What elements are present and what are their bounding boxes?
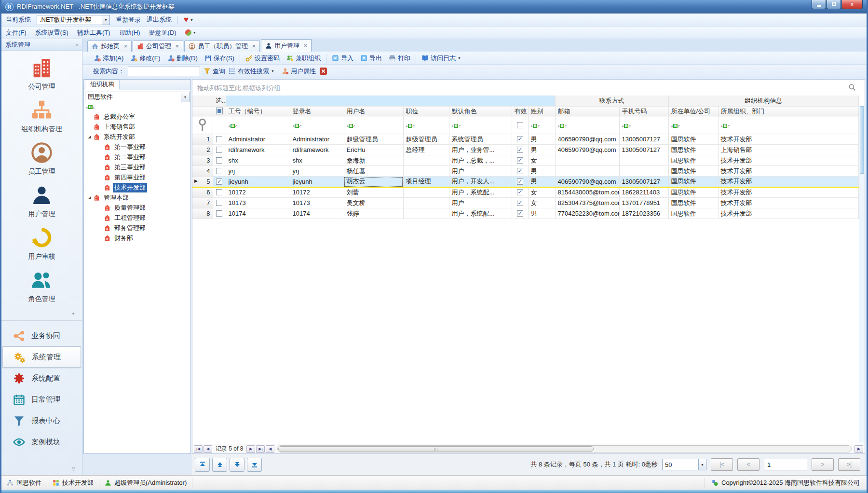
hscroll-right-arrow[interactable]: ▶ xyxy=(854,445,863,453)
tree-node[interactable]: 第三事业部 xyxy=(84,162,190,172)
filter-valid-checkbox[interactable] xyxy=(517,122,523,128)
toolbar-button[interactable]: 访问日志▼ xyxy=(419,53,464,64)
prev-page-button[interactable]: < xyxy=(737,458,760,471)
cell-role[interactable]: 用户，开发人... xyxy=(449,177,512,187)
cell-dept[interactable]: 技术开发部 xyxy=(718,155,858,166)
cell-username[interactable]: 张婷 xyxy=(344,208,403,219)
table-row[interactable]: 61017210172刘蕾用户，系统配...女8154430005@tom.co… xyxy=(192,187,859,198)
column-header[interactable]: 姓别 xyxy=(528,106,555,117)
sidebar-item-org-chart-icon[interactable]: 组织机构管理 xyxy=(1,99,82,134)
toolbar-button[interactable]: 导出 xyxy=(357,53,385,64)
close-tab-icon[interactable]: × xyxy=(252,43,256,50)
cell-gender[interactable]: 男 xyxy=(528,145,555,155)
menu-item[interactable]: 系统设置(S) xyxy=(35,28,68,37)
tab-公司管理[interactable]: 公司管理× xyxy=(133,41,183,52)
sidebar-item-company-building-icon[interactable]: 公司管理 xyxy=(1,57,82,91)
cell-email[interactable]: 406590790@qq.com xyxy=(555,145,619,155)
expander-icon[interactable]: ◢ xyxy=(86,195,93,200)
record-last-button[interactable]: ▶| xyxy=(256,445,265,453)
tree-node[interactable]: 第一事业部 xyxy=(84,142,190,152)
cell-code[interactable]: shx xyxy=(226,155,290,166)
cell-phone[interactable]: 13005007127 xyxy=(619,134,668,145)
relogin-button[interactable]: 重新登录 xyxy=(116,15,141,24)
filter-cell[interactable]: ABC xyxy=(528,117,555,134)
cell-role[interactable]: 用户，总裁，... xyxy=(449,155,512,166)
valid-checkbox[interactable] xyxy=(517,200,523,206)
row-checkbox[interactable] xyxy=(216,157,222,164)
chevron-down-icon[interactable]: ▼ xyxy=(698,459,706,470)
cell-username[interactable]: 超级管理员 xyxy=(344,134,403,145)
system-combobox[interactable]: .NET敏捷开发框架 ▼ xyxy=(37,15,110,25)
vertical-scrollbar-thumb[interactable] xyxy=(860,106,864,174)
cell-company[interactable]: 国思软件 xyxy=(668,134,718,145)
last-page-button[interactable]: >| xyxy=(838,458,860,471)
column-header[interactable]: 所属组织、部门 xyxy=(718,106,858,117)
table-row[interactable]: 1AdministratorAdministrator超级管理员超级管理员系统管… xyxy=(192,134,859,145)
cell-username[interactable]: 桑海新 xyxy=(344,155,403,166)
table-row[interactable]: 71017310173吴文桥用户女8253047375@tom.com13701… xyxy=(192,198,859,208)
row-checkbox[interactable] xyxy=(216,189,222,195)
toolbar-button[interactable]: 兼职组织 xyxy=(284,53,324,64)
cell-position[interactable] xyxy=(403,187,449,198)
cell-code[interactable]: 10173 xyxy=(226,198,290,208)
cell-login[interactable]: 10173 xyxy=(290,198,344,208)
cell-phone[interactable]: 18721023356 xyxy=(619,208,668,219)
band-select[interactable]: 选... xyxy=(213,96,226,106)
select-all-checkbox[interactable] xyxy=(213,106,226,117)
cell-phone[interactable]: 13701778951 xyxy=(619,198,668,208)
cell-email[interactable] xyxy=(555,166,619,177)
cell-company[interactable]: 国思软件 xyxy=(668,166,718,177)
cell-phone[interactable] xyxy=(619,166,668,177)
valid-checkbox[interactable] xyxy=(517,168,523,174)
cell-login[interactable]: rdiframework xyxy=(290,145,344,155)
cell-dept[interactable]: 上海销售部 xyxy=(718,145,858,155)
logout-button[interactable]: 退出系统 xyxy=(147,15,172,24)
cell-role[interactable]: 系统管理员 xyxy=(449,134,512,145)
close-search-icon[interactable] xyxy=(319,67,327,75)
cell-gender[interactable]: 男 xyxy=(528,134,555,145)
goto-first-row-button[interactable] xyxy=(195,458,210,472)
next-page-button[interactable]: > xyxy=(812,458,834,471)
filter-cell[interactable]: ABC xyxy=(403,117,449,134)
sidebar-scroll-down-icon[interactable]: ▼ xyxy=(1,312,82,318)
menu-item[interactable]: 帮助(H) xyxy=(119,28,140,37)
module-item[interactable]: 案例模块 xyxy=(1,431,82,452)
cell-company[interactable]: 国思软件 xyxy=(668,177,718,187)
cell-dept[interactable]: 技术开发部 xyxy=(718,166,858,177)
tree-node[interactable]: ◢系统开发部 xyxy=(84,132,190,142)
tree-node[interactable]: 总裁办公室 xyxy=(84,111,190,122)
sidebar-bottom-chevron-icon[interactable]: ▽ xyxy=(1,466,82,475)
cell-login[interactable]: 10174 xyxy=(290,208,344,219)
sidebar-item-user-audit-icon[interactable]: 用户审核 xyxy=(1,227,82,261)
band-org-info[interactable]: 组织机构信息 xyxy=(668,96,858,106)
cell-username[interactable]: EricHu xyxy=(344,145,403,155)
record-first-button[interactable]: |◀ xyxy=(194,445,203,453)
cell-dept[interactable]: 技术开发部 xyxy=(718,187,858,198)
hscroll-left-arrow[interactable]: ◀ xyxy=(266,445,274,453)
close-button[interactable]: × xyxy=(841,0,863,9)
search-icon[interactable] xyxy=(848,83,856,91)
module-item[interactable]: 报表中心 xyxy=(1,410,82,431)
close-tab-icon[interactable]: × xyxy=(176,43,179,50)
band-main[interactable] xyxy=(226,96,555,106)
cell-dept[interactable]: 技术开发部 xyxy=(718,198,858,208)
column-header[interactable]: 邮箱 xyxy=(555,106,619,117)
column-header[interactable]: 用户名 xyxy=(344,106,403,117)
horizontal-scrollbar-thumb[interactable]: ||| xyxy=(278,446,594,452)
cell-code[interactable]: jieyunh xyxy=(226,177,290,187)
row-checkbox[interactable] xyxy=(216,210,222,217)
valid-checkbox[interactable] xyxy=(517,210,523,217)
tree-node[interactable]: 质量管理部 xyxy=(84,203,190,213)
goto-last-row-button[interactable] xyxy=(247,458,262,472)
menu-item[interactable]: 辅助工具(T) xyxy=(77,28,110,37)
cell-username[interactable]: 杨任基 xyxy=(344,166,403,177)
cell-username[interactable]: 刘蕾 xyxy=(344,187,403,198)
row-down-button[interactable] xyxy=(230,458,244,472)
cell-phone[interactable]: 13005007127 xyxy=(619,177,668,187)
cell-role[interactable]: 用户 xyxy=(449,198,512,208)
table-row[interactable]: 4yrjyrj杨任基用户男国思软件技术开发部 xyxy=(192,166,859,177)
band-contact[interactable]: 联系方式 xyxy=(555,96,668,106)
cell-code[interactable]: Administrator xyxy=(226,134,290,145)
menu-item[interactable]: 提意见(D) xyxy=(149,28,176,37)
cell-phone[interactable] xyxy=(619,155,668,166)
